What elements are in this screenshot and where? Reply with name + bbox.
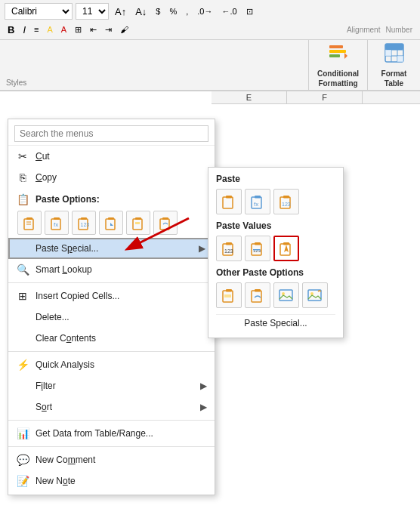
indent-inc-button[interactable]: ⇥	[102, 21, 115, 38]
svg-text:123: 123	[253, 248, 261, 253]
sub-paste-btn-2[interactable]: fx	[245, 189, 270, 214]
get-data-menu-item[interactable]: 📊 Get Data from Table/Range...	[8, 423, 215, 444]
font-size-selector[interactable]: 11	[76, 3, 109, 20]
sub-paste-btn-3[interactable]: 123	[273, 189, 299, 214]
svg-rect-10	[385, 50, 391, 56]
clear-contents-menu-item[interactable]: Clear Contents	[8, 328, 215, 349]
format-painter-button[interactable]: 🖌	[117, 21, 131, 38]
insert-copied-cells-label: Insert Copied Cells...	[36, 291, 119, 301]
sub-other-btn-2[interactable]	[245, 282, 270, 308]
sub-other-btn-3[interactable]	[273, 282, 299, 308]
sub-paste-special-link[interactable]: Paste Special...	[216, 314, 335, 331]
filter-icon	[16, 379, 29, 393]
paste-btn-5[interactable]	[126, 211, 150, 235]
copy-menu-item[interactable]: ⎘ Copy	[8, 167, 215, 188]
svg-text:123: 123	[224, 248, 233, 254]
paste-special-label: Paste Special...	[36, 243, 98, 254]
separator-4	[8, 446, 215, 447]
italic-button[interactable]: I	[20, 21, 29, 38]
bold-button[interactable]: B	[5, 21, 17, 38]
smart-lookup-label: Smart Lookup	[36, 264, 92, 275]
svg-rect-23	[108, 217, 114, 220]
new-comment-menu-item[interactable]: 💬 New Comment	[8, 449, 215, 470]
quick-analysis-menu-item[interactable]: ⚡ Quick Analysis	[8, 354, 215, 375]
paste-btn-3[interactable]: 123	[72, 211, 96, 235]
paste-options-label: 📋 Paste Options:	[8, 188, 215, 208]
clear-contents-label: Clear Contents	[36, 333, 96, 344]
svg-rect-38	[226, 242, 232, 245]
cut-label: CCutut	[36, 151, 50, 162]
svg-rect-27	[160, 219, 169, 230]
paste-special-icon	[16, 242, 29, 255]
shrink-font-button[interactable]: A↓	[132, 3, 150, 20]
paste-btn-1[interactable]	[17, 211, 42, 235]
filter-menu-item[interactable]: Filter ▶	[8, 375, 215, 396]
quick-analysis-icon: ⚡	[16, 358, 29, 371]
svg-text:fx: fx	[254, 201, 258, 208]
font-name-selector[interactable]: Calibri	[5, 3, 73, 20]
toolbar-row1: Calibri 11 A↑ A↓ $ % , .0→ ←.0 ⊡	[5, 3, 415, 20]
styles-label: Styles	[6, 79, 26, 87]
svg-rect-13	[26, 217, 32, 220]
toolbar: Calibri 11 A↑ A↓ $ % , .0→ ←.0 ⊡ B I ≡ A…	[0, 0, 420, 40]
sort-menu-item[interactable]: Sort ▶	[8, 396, 215, 418]
currency-button[interactable]: $	[153, 3, 163, 20]
sheet-area: E F ✂ CCutut ⎘ Copy 📋 Paste Options:	[0, 91, 420, 521]
separator-1	[8, 282, 215, 283]
paste-btn-4[interactable]	[99, 211, 123, 235]
dec-right-button[interactable]: .0→	[194, 3, 215, 20]
svg-rect-53	[308, 290, 321, 301]
paste-options-icon: 📋	[16, 193, 29, 206]
svg-marker-3	[344, 53, 347, 59]
search-box-wrap	[8, 122, 215, 146]
sub-other-btn-1[interactable]	[216, 282, 242, 308]
conditional-formatting-button[interactable]: ConditionalFormatting	[308, 40, 367, 90]
format-table-button[interactable]: FormatTable	[367, 40, 420, 90]
sub-paste-btn-1[interactable]	[216, 189, 242, 214]
number-label: Number	[385, 26, 415, 34]
comma-button[interactable]: ,	[183, 3, 191, 20]
dec-left-button[interactable]: ←.0	[219, 3, 240, 20]
smart-lookup-icon: 🔍	[16, 263, 29, 276]
cut-icon: ✂	[16, 150, 29, 163]
svg-rect-11	[397, 56, 403, 62]
highlight-color-button[interactable]: A	[44, 21, 55, 38]
new-note-menu-item[interactable]: 📝 New Note	[8, 470, 215, 492]
borders-button[interactable]: ⊞	[72, 21, 85, 38]
indent-dec-button[interactable]: ⇤	[87, 21, 100, 38]
paste-special-menu-item[interactable]: Paste Special... ▶	[8, 238, 215, 259]
svg-rect-1	[329, 50, 346, 53]
sort-arrow: ▶	[200, 402, 207, 412]
format-table-label: FormatTable	[381, 69, 407, 88]
svg-rect-47	[226, 289, 232, 292]
search-input[interactable]	[14, 125, 208, 142]
quick-analysis-label: Quick Analysis	[36, 359, 94, 370]
svg-rect-28	[162, 217, 168, 220]
values-sub-icons-row: 123 123	[216, 236, 335, 261]
grow-font-button[interactable]: A↑	[112, 3, 129, 20]
paste-btn-6[interactable]	[153, 211, 178, 235]
paste-btn-2[interactable]: fx	[45, 211, 69, 235]
sub-other-btn-4[interactable]	[302, 282, 328, 308]
cut-menu-item[interactable]: ✂ CCutut	[8, 146, 215, 167]
copy-label: Copy	[36, 172, 57, 183]
sub-val-btn-1[interactable]: 123	[216, 236, 242, 261]
align-button[interactable]: ≡	[31, 21, 42, 38]
col-header-f: F	[287, 91, 363, 103]
svg-rect-2	[329, 54, 340, 57]
insert-copied-cells-menu-item[interactable]: ⊞ Insert Copied Cells...	[8, 285, 215, 307]
conditional-formatting-label: ConditionalFormatting	[317, 69, 359, 88]
sub-val-btn-3[interactable]	[273, 236, 299, 261]
sub-val-btn-2[interactable]: 123	[245, 236, 270, 261]
svg-rect-43	[253, 249, 260, 251]
paste-special-arrow: ▶	[199, 243, 205, 254]
font-color-button[interactable]: A	[58, 21, 69, 38]
smart-lookup-menu-item[interactable]: 🔍 Smart Lookup	[8, 259, 215, 280]
svg-text:123: 123	[282, 202, 291, 207]
separator-2	[8, 351, 215, 352]
conditional-formatting-icon	[328, 50, 349, 66]
delete-menu-item[interactable]: Delete...	[8, 307, 215, 328]
svg-rect-26	[135, 222, 140, 224]
percent-button[interactable]: %	[166, 3, 180, 20]
accounting-button[interactable]: ⊡	[243, 3, 256, 20]
